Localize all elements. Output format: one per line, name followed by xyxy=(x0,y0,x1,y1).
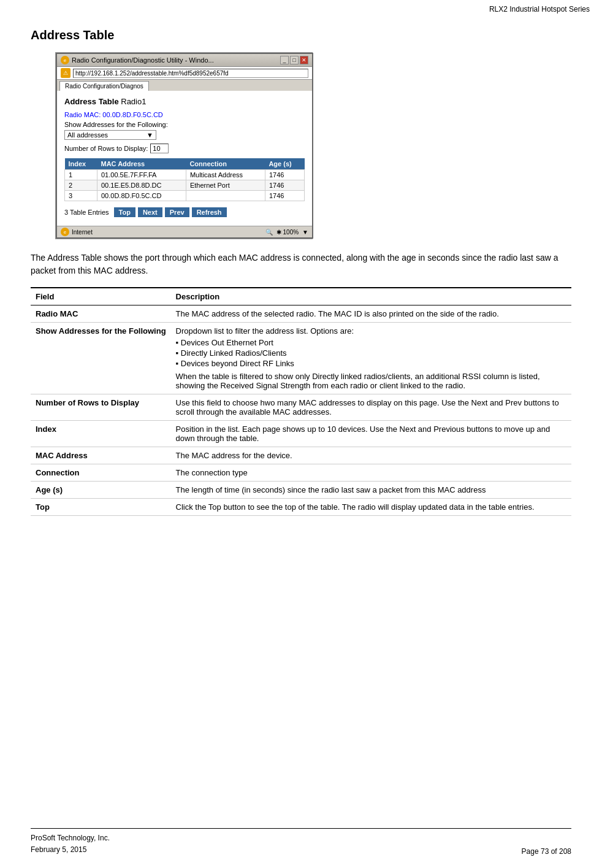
desc-show-addresses: Dropdown list to filter the address list… xyxy=(171,323,571,394)
status-arrow: ▼ xyxy=(302,229,308,236)
footer-page: Page 73 of 208 xyxy=(522,847,571,856)
options-list: Devices Out Ethernet Port Directly Linke… xyxy=(176,338,566,368)
browser-controls: _ □ ✕ xyxy=(280,56,308,64)
col-description: Description xyxy=(171,288,571,305)
mac-label: Radio MAC: xyxy=(64,111,101,118)
field-top: Top xyxy=(31,499,171,516)
addr-dropdown-control[interactable]: All addresses ▼ xyxy=(64,130,156,140)
desc-mac-address: The MAC address for the device. xyxy=(171,447,571,464)
desc-rows: Use this field to choose hwo many MAC ad… xyxy=(171,394,571,421)
row3-mac: 00.0D.8D.F0.5C.CD xyxy=(97,191,186,201)
page-footer: ProSoft Technology, Inc. February 5, 201… xyxy=(31,828,571,856)
list-item: Index Position in the list. Each page sh… xyxy=(31,421,571,447)
col-connection: Connection xyxy=(186,158,265,170)
row3-connection xyxy=(186,191,265,201)
option-2: Directly Linked Radios/Clients xyxy=(176,348,566,358)
entries-text: 3 Table Entries xyxy=(64,209,109,216)
field-index: Index xyxy=(31,421,171,447)
next-button[interactable]: Next xyxy=(138,207,162,217)
desc-index: Position in the list. Each page shows up… xyxy=(171,421,571,447)
row1-index: 1 xyxy=(65,170,97,180)
browser-addressbar: ⚠ http://192.168.1.252/addresstable.htm%… xyxy=(57,67,312,80)
screenshot-container: e Radio Configuration/Diagnostic Utility… xyxy=(55,52,313,239)
list-item: Show Addresses for the Following Dropdow… xyxy=(31,323,571,394)
browser-statusbar: e Internet 🔍 ✱ 100% ▼ xyxy=(57,226,312,237)
field-show-addresses: Show Addresses for the Following xyxy=(31,323,171,394)
browser-title: Radio Configuration/Diagnostic Utility -… xyxy=(72,56,214,64)
browser-titlebar: e Radio Configuration/Diagnostic Utility… xyxy=(57,54,312,67)
list-item: Top Click the Top button to see the top … xyxy=(31,499,571,516)
col-age: Age (s) xyxy=(265,158,304,170)
browser-addr-icon: ⚠ xyxy=(61,68,70,78)
top-button[interactable]: Top xyxy=(114,207,135,217)
browser-tab[interactable]: Radio Configuration/Diagnos xyxy=(59,81,149,91)
rows-display: Number of Rows to Display: 10 xyxy=(64,144,305,153)
address-table: Index MAC Address Connection Age (s) 1 0… xyxy=(64,158,305,201)
desc-age: The length of time (in seconds) since th… xyxy=(171,482,571,499)
browser-window: e Radio Configuration/Diagnostic Utility… xyxy=(56,53,313,239)
main-content: Address Table e Radio Configuration/Diag… xyxy=(0,16,602,540)
col-field: Field xyxy=(31,288,171,305)
option-3: Devices beyond Direct RF Links xyxy=(176,359,566,368)
footer-right: Page 73 of 208 xyxy=(522,847,571,856)
extra-text: When the table is filtered to show only … xyxy=(176,372,566,390)
row3-index: 3 xyxy=(65,191,97,201)
mac-value: 00.0D.8D.F0.5C.CD xyxy=(102,111,162,118)
col-mac: MAC Address xyxy=(97,158,186,170)
row2-age: 1746 xyxy=(265,180,304,191)
section-title: Address Table xyxy=(31,28,571,42)
minimize-btn[interactable]: _ xyxy=(280,56,289,64)
rows-input[interactable]: 10 xyxy=(150,144,169,153)
mac-info: Radio MAC: 00.0D.8D.F0.5C.CD xyxy=(64,111,305,118)
inner-page: Address Table Radio1 Radio MAC: 00.0D.8D… xyxy=(57,91,312,226)
browser-tab-area: Radio Configuration/Diagnos xyxy=(57,80,312,91)
status-icon: e xyxy=(61,228,69,236)
inner-page-title: Address Table Radio1 xyxy=(64,97,305,106)
footer-date: February 5, 2015 xyxy=(31,844,110,856)
row1-mac: 01.00.5E.7F.FF.FA xyxy=(97,170,186,180)
page-header: RLX2 Industrial Hotspot Series xyxy=(0,0,602,16)
close-btn[interactable]: ✕ xyxy=(300,56,308,64)
field-age: Age (s) xyxy=(31,482,171,499)
show-addr-label: Show Addresses for the Following: xyxy=(64,121,305,128)
prev-button[interactable]: Prev xyxy=(165,207,189,217)
table-row: 2 00.1E.E5.D8.8D.DC Ethernet Port 1746 xyxy=(65,180,305,191)
browser-address-input[interactable]: http://192.168.1.252/addresstable.htm%df… xyxy=(73,69,308,78)
footer-left: ProSoft Technology, Inc. February 5, 201… xyxy=(31,832,110,856)
row1-age: 1746 xyxy=(265,170,304,180)
zoom-icon: 🔍 xyxy=(265,229,273,236)
field-connection: Connection xyxy=(31,464,171,482)
table-row: 1 01.00.5E.7F.FF.FA Multicast Address 17… xyxy=(65,170,305,180)
desc-radio-mac: The MAC address of the selected radio. T… xyxy=(171,305,571,323)
header-title: RLX2 Industrial Hotspot Series xyxy=(489,5,590,13)
list-item: Age (s) The length of time (in seconds) … xyxy=(31,482,571,499)
refresh-button[interactable]: Refresh xyxy=(192,207,227,217)
field-radio-mac: Radio MAC xyxy=(31,305,171,323)
list-item: MAC Address The MAC address for the devi… xyxy=(31,447,571,464)
col-index: Index xyxy=(65,158,97,170)
list-item: Number of Rows to Display Use this field… xyxy=(31,394,571,421)
list-item: Radio MAC The MAC address of the selecte… xyxy=(31,305,571,323)
status-left: e Internet xyxy=(61,228,93,236)
option-1: Devices Out Ethernet Port xyxy=(176,338,566,347)
field-mac-address: MAC Address xyxy=(31,447,171,464)
rows-label: Number of Rows to Display: xyxy=(64,145,148,152)
table-row: 3 00.0D.8D.F0.5C.CD 1746 xyxy=(65,191,305,201)
addr-dropdown: All addresses ▼ xyxy=(64,130,305,140)
row2-mac: 00.1E.E5.D8.8D.DC xyxy=(97,180,186,191)
desc-top: Click the Top button to see the top of t… xyxy=(171,499,571,516)
field-description-table: Field Description Radio MAC The MAC addr… xyxy=(31,287,571,516)
footer-company: ProSoft Technology, Inc. xyxy=(31,832,110,844)
status-right: 🔍 ✱ 100% ▼ xyxy=(265,229,308,236)
status-text: Internet xyxy=(72,229,93,236)
list-item: Connection The connection type xyxy=(31,464,571,482)
row2-index: 2 xyxy=(65,180,97,191)
row2-connection: Ethernet Port xyxy=(186,180,265,191)
desc-connection: The connection type xyxy=(171,464,571,482)
field-rows: Number of Rows to Display xyxy=(31,394,171,421)
zoom-level: ✱ 100% xyxy=(276,229,299,236)
maximize-btn[interactable]: □ xyxy=(290,56,299,64)
radio-label: Radio1 xyxy=(121,97,146,106)
row1-connection: Multicast Address xyxy=(186,170,265,180)
row3-age: 1746 xyxy=(265,191,304,201)
